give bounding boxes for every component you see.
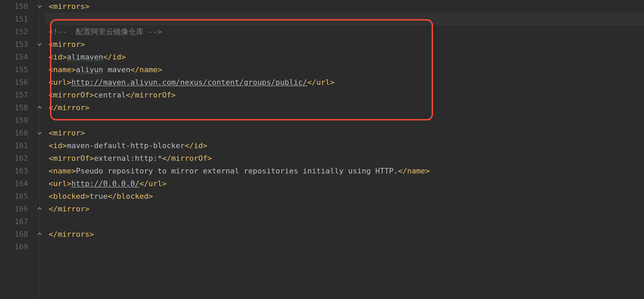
fold-collapse-icon[interactable] — [37, 41, 42, 47]
code-line[interactable]: <id>alimaven</id> — [45, 51, 644, 63]
code-line[interactable]: </mirrors> — [45, 228, 644, 240]
code-line[interactable]: <!-- 配置阿里云镜像仓库 --> — [45, 25, 644, 38]
line-number[interactable]: 162 — [0, 152, 28, 165]
xml-tag: <id> — [49, 53, 67, 61]
xml-text: maven-default-http-blocker — [67, 141, 185, 150]
xml-tag: <name> — [49, 167, 76, 175]
xml-tag: </mirrors> — [49, 230, 94, 238]
xml-tag: <mirror> — [49, 129, 85, 137]
xml-comment: --> — [148, 27, 162, 36]
line-number[interactable]: 150 — [0, 0, 28, 13]
code-editor[interactable]: 150 151 152 153 154 155 156 157 158 159 … — [0, 0, 644, 299]
line-number[interactable]: 168 — [0, 228, 28, 240]
line-number[interactable]: 166 — [0, 203, 28, 215]
line-number[interactable]: 155 — [0, 63, 28, 76]
fold-expand-up-icon[interactable] — [37, 231, 42, 237]
code-line[interactable]: <mirror> — [45, 38, 644, 51]
xml-comment-text: 配置阿里云镜像仓库 — [71, 27, 148, 36]
xml-text: aliyun — [76, 65, 103, 74]
xml-tag: </id> — [185, 141, 207, 150]
xml-text: alimaven — [67, 53, 103, 61]
code-line[interactable] — [45, 215, 644, 228]
xml-comment: <!-- — [49, 27, 71, 36]
fold-expand-up-icon[interactable] — [37, 105, 42, 110]
line-number[interactable]: 163 — [0, 165, 28, 177]
code-line[interactable] — [45, 114, 644, 127]
xml-tag: <mirrorOf> — [49, 154, 94, 162]
line-number[interactable]: 167 — [0, 215, 28, 228]
line-number[interactable]: 169 — [0, 240, 28, 253]
fold-gutter[interactable] — [34, 0, 45, 299]
xml-tag: </name> — [398, 167, 430, 175]
xml-tag: </url> — [139, 179, 166, 188]
line-number[interactable]: 159 — [0, 114, 28, 127]
code-line[interactable]: <mirrorOf>central</mirrorOf> — [45, 89, 644, 101]
line-number[interactable]: 158 — [0, 101, 28, 114]
code-line[interactable] — [45, 13, 644, 25]
xml-tag: <mirror> — [49, 40, 85, 49]
line-number[interactable]: 164 — [0, 177, 28, 190]
code-area[interactable]: <mirrors> <!-- 配置阿里云镜像仓库 --> <mirror> <i… — [45, 0, 644, 299]
line-number[interactable]: 156 — [0, 76, 28, 89]
xml-tag: <mirrors> — [49, 2, 89, 11]
code-line[interactable]: </mirror> — [45, 101, 644, 114]
xml-text: external:http:* — [94, 154, 162, 162]
xml-tag: </url> — [307, 78, 334, 87]
xml-text: central — [94, 91, 126, 99]
code-line[interactable]: <name>Pseudo repository to mirror extern… — [45, 165, 644, 177]
xml-url[interactable]: http://0.0.0.0/ — [71, 179, 139, 188]
xml-text: maven — [108, 65, 130, 74]
xml-tag: </mirror> — [49, 205, 89, 213]
xml-tag: <url> — [49, 179, 71, 188]
line-number[interactable]: 152 — [0, 25, 28, 38]
line-number[interactable]: 165 — [0, 190, 28, 203]
xml-tag: <mirrorOf> — [49, 91, 94, 99]
code-line[interactable] — [45, 240, 644, 253]
code-line[interactable]: <name>aliyun maven</name> — [45, 63, 644, 76]
line-number[interactable]: 151 — [0, 13, 28, 25]
xml-tag: </mirror> — [49, 103, 89, 112]
fold-collapse-icon[interactable] — [37, 3, 42, 9]
line-number[interactable]: 157 — [0, 89, 28, 101]
xml-tag: </mirrorOf> — [126, 91, 176, 99]
fold-collapse-icon[interactable] — [37, 130, 42, 136]
xml-tag: <id> — [49, 141, 67, 150]
code-line[interactable]: <mirrorOf>external:http:*</mirrorOf> — [45, 152, 644, 165]
xml-url[interactable]: http://maven.aliyun.com/nexus/content/gr… — [71, 78, 307, 87]
xml-tag: <name> — [49, 65, 76, 74]
xml-tag: </mirrorOf> — [162, 154, 212, 162]
code-line[interactable]: <id>maven-default-http-blocker</id> — [45, 139, 644, 152]
xml-text: true — [89, 192, 108, 200]
xml-text: Pseudo repository to mirror external rep… — [76, 167, 398, 175]
line-number[interactable]: 160 — [0, 127, 28, 139]
xml-text — [103, 65, 108, 74]
fold-expand-up-icon[interactable] — [37, 206, 42, 212]
code-line[interactable]: <blocked>true</blocked> — [45, 190, 644, 203]
code-line[interactable]: </mirror> — [45, 203, 644, 215]
code-line[interactable]: <mirror> — [45, 127, 644, 139]
line-number-gutter[interactable]: 150 151 152 153 154 155 156 157 158 159 … — [0, 0, 34, 299]
code-line[interactable]: <url>http://0.0.0.0/</url> — [45, 177, 644, 190]
xml-tag: </blocked> — [108, 192, 153, 200]
xml-tag: <url> — [49, 78, 71, 87]
xml-tag: </name> — [130, 65, 162, 74]
xml-tag: <blocked> — [49, 192, 89, 200]
line-number[interactable]: 154 — [0, 51, 28, 63]
code-line[interactable]: <mirrors> — [45, 0, 644, 13]
line-number[interactable]: 153 — [0, 38, 28, 51]
code-line[interactable]: <url>http://maven.aliyun.com/nexus/conte… — [45, 76, 644, 89]
xml-tag: </id> — [103, 53, 126, 61]
line-number[interactable]: 161 — [0, 139, 28, 152]
